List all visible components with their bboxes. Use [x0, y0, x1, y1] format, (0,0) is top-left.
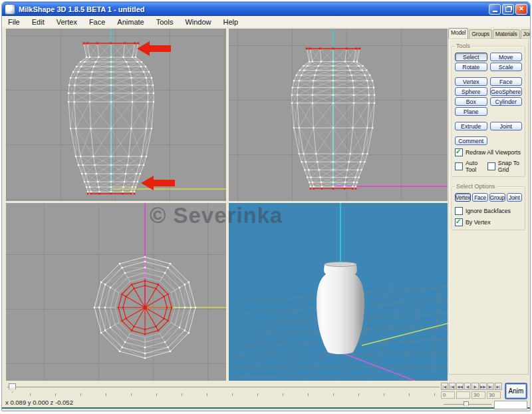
cylinder-button[interactable]: Cylinder	[490, 97, 523, 106]
end-frame-field[interactable]: 30	[487, 391, 501, 399]
sidebar-tabs: Model Groups Materials Joints	[448, 29, 529, 39]
current-frame-field[interactable]: 0	[441, 391, 455, 399]
frame-fields: 0 30 30	[441, 391, 501, 399]
workspace: © Severinka Model Groups Materials Joint…	[2, 27, 530, 383]
spacer	[455, 73, 522, 76]
rotate-button[interactable]: Rotate	[455, 63, 487, 71]
app-icon	[5, 4, 15, 15]
tab-model[interactable]: Model	[448, 28, 468, 39]
anim-button[interactable]: Anim	[505, 383, 527, 399]
checkbox-box	[487, 162, 495, 170]
prev-keyframe-button[interactable]: |◀	[449, 383, 456, 390]
spacer	[490, 107, 523, 116]
timeline-slider-thumb[interactable]	[9, 383, 16, 393]
joint-tool-button[interactable]: Joint	[490, 122, 523, 130]
menu-window[interactable]: Window	[179, 17, 217, 27]
comment-button[interactable]: Comment	[455, 136, 487, 145]
menu-vertex[interactable]: Vertex	[51, 17, 83, 27]
select-options-label: Select Options	[455, 183, 497, 190]
status-coordinates: x 0.089 y 0.000 z -0.052	[5, 399, 73, 406]
checkbox-box	[455, 148, 463, 156]
app-window: MilkShape 3D 1.8.5 BETA 1 - untitled ✕ F…	[1, 1, 531, 411]
scale-button[interactable]: Scale	[490, 63, 523, 71]
frame-field-2[interactable]	[456, 391, 470, 399]
move-button[interactable]: Move	[490, 53, 523, 61]
frame-input-box[interactable]	[494, 401, 527, 409]
viewport-front-left[interactable]	[6, 29, 226, 201]
spacer	[455, 117, 522, 120]
vertex-tool-button[interactable]: Vertex	[455, 77, 487, 86]
tab-joints[interactable]: Joints	[521, 29, 531, 39]
tools-button-grid: Select Move Rotate Scale Vertex Face Sph…	[455, 53, 522, 145]
checkbox-box	[455, 162, 463, 170]
face-tool-button[interactable]: Face	[490, 77, 523, 86]
tab-groups[interactable]: Groups	[469, 29, 492, 39]
timeline-ticks	[30, 393, 440, 396]
step-back-button[interactable]: ◀	[464, 383, 471, 390]
checkbox-by-vertex[interactable]: By Vertex	[455, 218, 522, 226]
timeline-track[interactable]	[7, 387, 440, 387]
tools-groupbox: Tools Select Move Rotate Scale Vertex Fa…	[452, 46, 525, 177]
tab-materials[interactable]: Materials	[493, 29, 520, 39]
title-bar: MilkShape 3D 1.8.5 BETA 1 - untitled ✕	[2, 2, 530, 16]
geosphere-button[interactable]: GeoSphere	[490, 87, 523, 96]
window-title: MilkShape 3D 1.8.5 BETA 1 - untitled	[19, 5, 487, 13]
last-frame-button[interactable]: ▶|	[495, 383, 502, 390]
select-options-buttons: Vertex Face Group Joint	[455, 193, 522, 202]
sidebar: Model Groups Materials Joints Tools Sele…	[448, 29, 529, 381]
menu-help[interactable]: Help	[217, 17, 245, 27]
menu-file[interactable]: File	[2, 17, 26, 27]
menu-edit[interactable]: Edit	[26, 17, 51, 27]
select-face-button[interactable]: Face	[472, 193, 487, 202]
checkbox-box	[455, 218, 463, 226]
fast-rewind-button[interactable]: ◀◀	[456, 383, 464, 390]
timeline-bar: x 0.089 y 0.000 z -0.052 |◀ |◀ ◀◀ ◀ ▶ ▶▶…	[2, 382, 530, 410]
select-button[interactable]: Select	[455, 53, 487, 61]
plane-button[interactable]: Plane	[455, 107, 487, 116]
menu-face[interactable]: Face	[83, 17, 111, 27]
menu-animate[interactable]: Animate	[111, 17, 150, 27]
checkbox-label: Ignore Backfaces	[466, 208, 511, 214]
select-vertex-button[interactable]: Vertex	[455, 193, 471, 202]
restore-button[interactable]	[502, 4, 514, 15]
select-group-button[interactable]: Group	[489, 193, 505, 202]
model-panel: Tools Select Move Rotate Scale Vertex Fa…	[448, 39, 529, 375]
checkbox-box	[455, 207, 463, 215]
total-frames-field[interactable]: 30	[471, 391, 485, 399]
minimize-button[interactable]	[489, 4, 501, 15]
select-joint-button[interactable]: Joint	[507, 193, 522, 202]
menu-tools[interactable]: Tools	[150, 17, 180, 27]
spacer	[490, 136, 523, 145]
sphere-button[interactable]: Sphere	[455, 87, 487, 96]
minimize-icon	[493, 11, 497, 12]
viewport-front-right[interactable]	[229, 29, 448, 201]
checkbox-label: Redraw All Viewports	[466, 149, 521, 156]
checkbox-snap-to-grid[interactable]: Snap To Grid	[487, 160, 522, 173]
extrude-button[interactable]: Extrude	[455, 122, 487, 130]
spacer	[455, 132, 522, 135]
fast-forward-button[interactable]: ▶▶	[479, 383, 487, 390]
viewport-top[interactable]	[6, 203, 226, 381]
checkbox-ignore-backfaces[interactable]: Ignore Backfaces	[455, 207, 522, 215]
transport-buttons: |◀ |◀ ◀◀ ◀ ▶ ▶▶ ▶| ▶|	[441, 383, 502, 390]
menu-bar: File Edit Vertex Face Animate Tools Wind…	[2, 16, 530, 28]
first-frame-button[interactable]: |◀	[441, 383, 448, 390]
checkbox-label: By Vertex	[466, 219, 491, 226]
close-button[interactable]: ✕	[515, 4, 527, 15]
viewport-3d[interactable]	[229, 203, 448, 381]
checkbox-label: Auto Tool	[466, 160, 482, 173]
checkbox-auto-tool[interactable]: Auto Tool	[455, 160, 482, 173]
select-options-groupbox: Select Options Vertex Face Group Joint I…	[452, 186, 525, 230]
mini-slider-thumb[interactable]	[464, 401, 469, 408]
checkbox-redraw-all-viewports[interactable]: Redraw All Viewports	[455, 148, 522, 156]
animation-controls: |◀ |◀ ◀◀ ◀ ▶ ▶▶ ▶| ▶| 0 30 30 Anim	[441, 383, 528, 409]
close-icon: ✕	[519, 6, 524, 12]
checkbox-label: Snap To Grid	[498, 160, 522, 173]
tools-groupbox-label: Tools	[455, 43, 471, 49]
next-keyframe-button[interactable]: ▶|	[487, 383, 495, 390]
box-button[interactable]: Box	[455, 97, 487, 106]
restore-icon	[505, 7, 511, 12]
step-forward-button[interactable]: ▶	[471, 383, 479, 390]
